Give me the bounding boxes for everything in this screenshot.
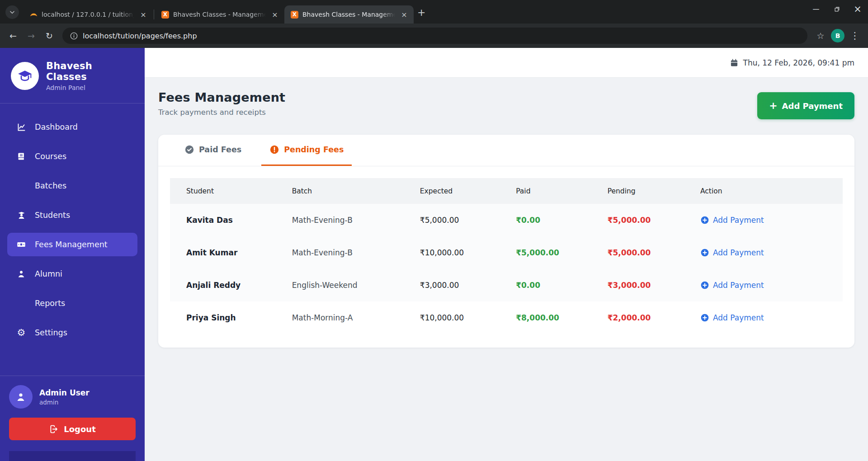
add-payment-button[interactable]: + Add Payment bbox=[757, 92, 854, 119]
sidebar-item-fees-management[interactable]: Fees Management bbox=[7, 233, 137, 256]
col-header-expected: Expected bbox=[420, 187, 516, 195]
browser-menu-button[interactable]: ⋮ bbox=[847, 28, 863, 43]
sidebar: Bhavesh Classes Admin Panel Dashboard Co… bbox=[0, 48, 145, 461]
cell-batch: English-Weekend bbox=[292, 281, 420, 290]
add-payment-link[interactable]: Add Payment bbox=[700, 216, 826, 225]
cell-paid: ₹0.00 bbox=[516, 281, 607, 290]
back-button[interactable]: ← bbox=[5, 28, 21, 43]
sidebar-item-label: Fees Management bbox=[35, 240, 108, 249]
sidebar-item-dashboard[interactable]: Dashboard bbox=[7, 115, 137, 139]
phpmyadmin-icon bbox=[30, 11, 38, 19]
address-bar[interactable]: localhost/tution/pages/fees.php bbox=[62, 28, 807, 44]
browser-tab-bhavesh-1[interactable]: X Bhavesh Classes - Management × bbox=[155, 5, 284, 24]
logout-label: Logout bbox=[64, 424, 96, 434]
graduation-cap-icon bbox=[17, 69, 33, 83]
person-icon bbox=[15, 269, 27, 278]
close-icon[interactable]: × bbox=[399, 9, 409, 19]
sidebar-item-reports[interactable]: Reports bbox=[7, 292, 137, 315]
cell-paid: ₹0.00 bbox=[516, 216, 607, 225]
cell-batch: Math-Evening-B bbox=[292, 216, 420, 225]
topbar: Thu, 12 Feb, 2026, 09:41 pm bbox=[145, 48, 868, 78]
add-payment-link[interactable]: Add Payment bbox=[700, 313, 826, 322]
current-user: Admin User admin bbox=[9, 385, 136, 409]
cell-pending: ₹5,000.00 bbox=[608, 216, 700, 225]
plus-icon: + bbox=[769, 101, 777, 111]
cell-batch: Math-Morning-A bbox=[292, 313, 420, 322]
sidebar-bottom-strip bbox=[9, 451, 136, 461]
browser-toolbar: ← → ↻ localhost/tution/pages/fees.php ☆ … bbox=[0, 24, 868, 48]
cell-student: Priya Singh bbox=[186, 313, 292, 322]
cell-student: Kavita Das bbox=[186, 216, 292, 225]
close-icon[interactable]: × bbox=[138, 9, 148, 19]
book-icon bbox=[15, 152, 27, 161]
add-payment-link[interactable]: Add Payment bbox=[700, 248, 826, 257]
table-row: Priya Singh Math-Morning-A ₹10,000.00 ₹8… bbox=[170, 301, 843, 334]
sidebar-item-label: Settings bbox=[35, 328, 67, 337]
browser-tab-phpmyadmin[interactable]: localhost / 127.0.0.1 / tuition_db × bbox=[24, 5, 153, 24]
tab-label: Paid Fees bbox=[199, 145, 241, 154]
brand-logo bbox=[11, 62, 39, 90]
sidebar-item-batches[interactable]: Batches bbox=[7, 174, 137, 198]
sidebar-footer: Admin User admin Logout bbox=[0, 376, 145, 461]
new-tab-button[interactable]: + bbox=[417, 7, 425, 18]
bookmark-star-icon[interactable]: ☆ bbox=[813, 28, 828, 43]
table-row: Amit Kumar Math-Evening-B ₹10,000.00 ₹5,… bbox=[170, 236, 843, 269]
minimize-button[interactable]: — bbox=[806, 0, 826, 18]
sidebar-item-label: Students bbox=[35, 211, 70, 220]
cell-expected: ₹10,000.00 bbox=[420, 313, 516, 322]
cell-paid: ₹8,000.00 bbox=[516, 313, 607, 322]
xampp-icon: X bbox=[291, 11, 298, 19]
cell-batch: Math-Evening-B bbox=[292, 248, 420, 257]
sidebar-item-courses[interactable]: Courses bbox=[7, 145, 137, 168]
col-header-pending: Pending bbox=[608, 187, 700, 195]
restore-button[interactable] bbox=[826, 0, 847, 18]
logout-button[interactable]: Logout bbox=[9, 418, 136, 440]
person-icon bbox=[15, 391, 26, 402]
sidebar-item-label: Alumni bbox=[35, 269, 62, 278]
tab-pending-fees[interactable]: Pending Fees bbox=[261, 135, 352, 166]
tab-search-button[interactable] bbox=[5, 5, 19, 19]
fees-tabs: Paid Fees Pending Fees bbox=[158, 135, 854, 166]
tab-title: Bhavesh Classes - Management bbox=[173, 11, 266, 18]
forward-button[interactable]: → bbox=[24, 28, 39, 43]
col-header-paid: Paid bbox=[516, 187, 607, 195]
table-row: Kavita Das Math-Evening-B ₹5,000.00 ₹0.0… bbox=[170, 204, 843, 236]
restore-icon bbox=[834, 6, 840, 13]
table-row: Anjali Reddy English-Weekend ₹3,000.00 ₹… bbox=[170, 269, 843, 301]
fees-card: Paid Fees Pending Fees Student Batch Exp… bbox=[158, 135, 854, 348]
tab-title: Bhavesh Classes - Management bbox=[302, 11, 395, 18]
cell-expected: ₹10,000.00 bbox=[420, 248, 516, 257]
add-payment-link-label: Add Payment bbox=[713, 281, 764, 290]
current-datetime: Thu, 12 Feb, 2026, 09:41 pm bbox=[743, 58, 855, 67]
browser-tab-strip: localhost / 127.0.0.1 / tuition_db × X B… bbox=[0, 0, 868, 24]
col-header-action: Action bbox=[700, 187, 826, 195]
col-header-batch: Batch bbox=[292, 187, 420, 195]
sidebar-item-label: Courses bbox=[35, 152, 66, 161]
sidebar-item-label: Batches bbox=[35, 181, 66, 190]
cell-pending: ₹3,000.00 bbox=[608, 281, 700, 290]
add-payment-link[interactable]: Add Payment bbox=[700, 281, 826, 290]
xampp-icon: X bbox=[161, 11, 169, 19]
tab-paid-fees[interactable]: Paid Fees bbox=[176, 135, 250, 166]
browser-profile-avatar[interactable]: B bbox=[831, 29, 844, 42]
cell-paid: ₹5,000.00 bbox=[516, 248, 607, 257]
user-role: admin bbox=[39, 399, 90, 406]
browser-tab-bhavesh-active[interactable]: X Bhavesh Classes - Management × bbox=[284, 5, 414, 24]
close-window-button[interactable]: × bbox=[847, 0, 868, 18]
sidebar-item-alumni[interactable]: Alumni bbox=[7, 262, 137, 286]
col-header-student: Student bbox=[186, 187, 292, 195]
sidebar-item-settings[interactable]: ⚙ Settings bbox=[7, 321, 137, 344]
plus-circle-icon bbox=[700, 248, 709, 257]
add-payment-label: Add Payment bbox=[782, 101, 843, 111]
close-icon[interactable]: × bbox=[270, 9, 280, 19]
sidebar-nav: Dashboard Courses Batches Students bbox=[0, 103, 145, 350]
pending-fees-table: Student Batch Expected Paid Pending Acti… bbox=[170, 178, 843, 334]
sidebar-item-label: Reports bbox=[35, 299, 65, 308]
user-avatar bbox=[9, 385, 33, 409]
site-info-icon[interactable] bbox=[70, 32, 78, 40]
reload-button[interactable]: ↻ bbox=[42, 28, 57, 43]
plus-circle-icon bbox=[700, 216, 709, 225]
sidebar-item-students[interactable]: Students bbox=[7, 203, 137, 227]
tab-divider bbox=[154, 9, 154, 19]
calendar-icon bbox=[730, 58, 739, 67]
